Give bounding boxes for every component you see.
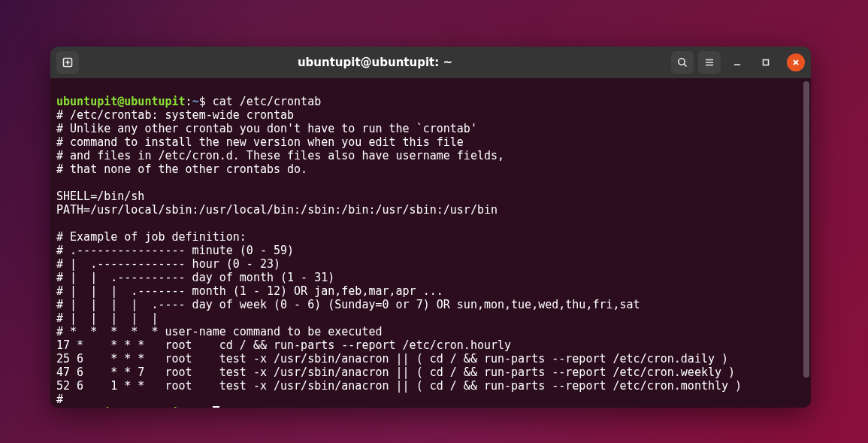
output-line: # (56, 393, 63, 406)
maximize-button[interactable] (754, 50, 778, 74)
prompt-symbol: $ (199, 95, 206, 108)
scrollbar[interactable] (803, 81, 809, 378)
prompt-path: ~ (192, 95, 199, 108)
prompt-user: ubuntupit (56, 95, 117, 108)
output-line: # that none of the other crontabs do. (56, 162, 307, 176)
new-tab-button[interactable] (56, 51, 79, 74)
command-text: cat /etc/crontab (213, 95, 322, 108)
output-line: 17 * * * * root cd / && run-parts --repo… (56, 338, 511, 352)
minimize-button[interactable] (725, 50, 749, 74)
hamburger-menu-icon (703, 56, 715, 68)
output-line: # | | .---------- day of month (1 - 31) (56, 271, 334, 284)
close-icon (791, 58, 800, 67)
terminal-body[interactable]: ubuntupit@ubuntupit:~$ cat /etc/crontab … (50, 78, 811, 408)
output-line: # Example of job definition: (56, 230, 246, 244)
output-line: # /etc/crontab: system-wide crontab (56, 108, 294, 122)
output-line: # Unlike any other crontab you don't hav… (56, 122, 477, 135)
output-line: # * * * * * user-name command to be exec… (56, 325, 382, 338)
output-line: # | | | .------- month (1 - 12) OR jan,f… (56, 284, 443, 298)
output-line: # | | | | .---- day of week (0 - 6) (Sun… (56, 298, 640, 311)
output-line: 52 6 1 * * root test -x /usr/sbin/anacro… (56, 379, 742, 393)
search-icon (676, 56, 688, 68)
title-bar[interactable]: ubuntupit@ubuntupit: ~ (50, 47, 811, 78)
prompt-line-2: ubuntupit@ubuntupit:~$ (56, 406, 219, 408)
terminal-window: ubuntupit@ubuntupit: ~ (50, 47, 811, 408)
menu-button[interactable] (698, 51, 721, 74)
output-line: 25 6 * * * root test -x /usr/sbin/anacro… (56, 352, 728, 366)
output-line: # | | | | | (56, 311, 158, 325)
output-line: # and files in /etc/cron.d. These files … (56, 149, 504, 162)
search-button[interactable] (671, 51, 694, 74)
output-line: SHELL=/bin/sh (56, 190, 144, 203)
output-line: # | .------------- hour (0 - 23) (56, 257, 280, 271)
cursor (213, 406, 219, 408)
svg-point-3 (679, 59, 685, 65)
close-button[interactable] (787, 53, 805, 71)
minimize-icon (732, 57, 742, 68)
prompt-line-1: ubuntupit@ubuntupit:~$ cat /etc/crontab (56, 95, 321, 108)
output-line: 47 6 * * 7 root test -x /usr/sbin/anacro… (56, 366, 735, 379)
output-line: PATH=/usr/local/sbin:/usr/local/bin:/sbi… (56, 203, 498, 217)
svg-line-4 (684, 64, 686, 66)
new-tab-icon (62, 56, 74, 68)
window-title: ubuntupit@ubuntupit: ~ (79, 56, 671, 69)
maximize-icon (761, 57, 771, 68)
output-line: # .---------------- minute (0 - 59) (56, 244, 294, 257)
svg-rect-9 (764, 60, 769, 65)
output-line: # command to install the new version whe… (56, 135, 464, 149)
prompt-host: ubuntupit (124, 95, 185, 108)
